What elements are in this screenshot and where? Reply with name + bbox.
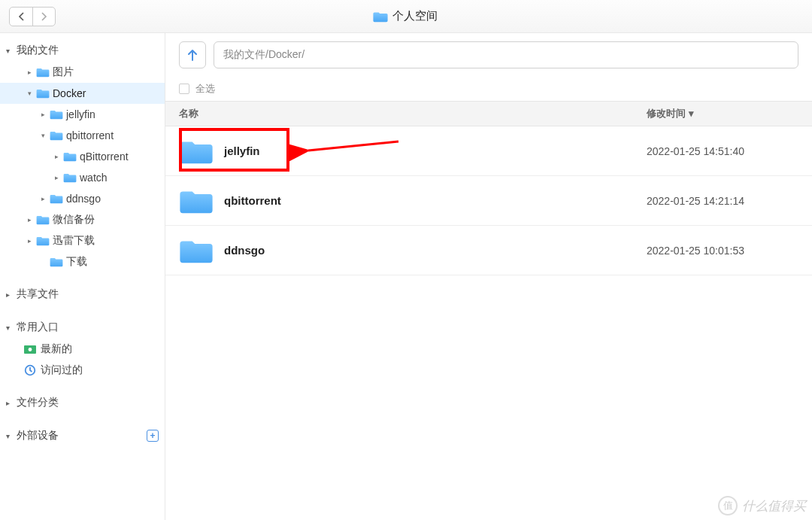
section-label: 外部设备 [17,429,59,442]
svg-point-1 [29,348,32,351]
content-area: 全选 名称 修改时间 ▾ jellyfin2022-01-25 14:51:40… [165,33,812,520]
chevron-down-icon: ▾ [26,90,33,97]
chevron-right-icon [41,12,47,21]
row-time: 2022-01-25 14:51:40 [647,145,812,157]
arrow-up-icon [186,48,198,62]
tree-item-label: 下载 [66,255,87,269]
section-category[interactable]: ▸文件分类 [0,391,165,414]
topbar: 个人空间 [0,0,812,33]
page-title: 个人空间 [392,9,438,23]
folder-icon [50,130,63,141]
folder-icon [50,257,63,267]
row-name: qbittorrent [224,194,647,207]
chevron-right-icon: ▸ [39,111,47,118]
path-input[interactable] [214,41,798,68]
folder-icon [36,88,50,99]
nav-button-group [9,7,56,26]
folder-icon [36,236,50,246]
tree-item-watch[interactable]: ▸watch [0,167,165,188]
section-quick[interactable]: ▾常用入口 [0,316,165,339]
quick-recent[interactable]: 最新的 [0,339,165,360]
select-all-label: 全选 [195,82,215,96]
folder-icon [50,109,63,120]
tree-item-微信备份[interactable]: ▸微信备份 [0,209,165,230]
section-label: 我的文件 [17,44,59,57]
column-name[interactable]: 名称 [179,107,647,120]
tree-item-label: 图片 [53,65,74,79]
chevron-right-icon: ▸ [39,195,47,202]
list-header: 名称 修改时间 ▾ [165,101,812,126]
tree-item-qbittorrent[interactable]: ▾qbittorrent [0,125,165,146]
list-row[interactable]: qbittorrent2022-01-25 14:21:14 [165,176,812,226]
folder-icon [63,151,77,162]
tree-item-label: qbittorrent [66,129,114,141]
tree-item-下载[interactable]: ▸下载 [0,251,165,272]
folder-icon [373,11,388,23]
tree-item-label: watch [80,172,108,184]
section-label: 文件分类 [17,396,59,409]
tree-item-label: 微信备份 [53,213,95,227]
watermark: 值 什么值得买 [718,496,806,515]
select-all-checkbox[interactable] [179,84,189,94]
row-name: ddnsgo [224,244,647,257]
tree-item-label: jellyfin [66,108,95,120]
tree-item-label: 迅雷下载 [53,234,95,248]
folder-icon [36,214,50,225]
chevron-right-icon: ▸ [53,174,60,181]
section-shared[interactable]: ▸共享文件 [0,283,165,306]
row-time: 2022-01-25 10:01:53 [647,245,812,257]
up-button[interactable] [179,41,206,68]
section-label: 常用入口 [17,321,59,334]
folder-icon [179,138,214,165]
tree-item-ddnsgo[interactable]: ▸ddnsgo [0,188,165,209]
chevron-right-icon: ▸ [26,68,33,76]
column-time[interactable]: 修改时间 ▾ [647,107,812,120]
tree-item-label: Docker [53,87,86,99]
row-time: 2022-01-25 14:21:14 [647,195,812,207]
section-external[interactable]: ▾外部设备 + [0,424,165,447]
recent-icon [24,343,36,355]
section-label: 共享文件 [17,287,59,301]
forward-button[interactable] [32,8,55,26]
chevron-right-icon: ▸ [53,153,60,160]
folder-icon [179,237,214,264]
chevron-right-icon: ▸ [26,216,33,224]
back-button[interactable] [10,8,32,26]
tree-item-图片[interactable]: ▸图片 [0,62,165,83]
chevron-down-icon: ▾ [39,132,47,139]
tree-item-label: ddnsgo [66,193,101,205]
sort-desc-icon: ▾ [689,108,694,119]
chevron-right-icon: ▸ [26,237,33,245]
folder-icon [50,193,63,204]
tree-item-qbittorrent[interactable]: ▸qBittorrent [0,146,165,167]
visited-icon [24,364,36,376]
tree-item-docker[interactable]: ▾Docker [0,83,165,104]
section-myfiles[interactable]: ▾我的文件 [0,39,165,62]
tree-item-迅雷下载[interactable]: ▸迅雷下载 [0,230,165,251]
folder-icon [63,172,77,183]
chevron-left-icon [18,12,25,21]
folder-icon [36,67,50,78]
sidebar: ▾我的文件 ▸图片▾Docker▸jellyfin▾qbittorrent▸qB… [0,33,165,520]
quick-visited[interactable]: 访问过的 [0,360,165,381]
list-row[interactable]: jellyfin2022-01-25 14:51:40 [165,126,812,176]
tree-item-jellyfin[interactable]: ▸jellyfin [0,104,165,125]
list-row[interactable]: ddnsgo2022-01-25 10:01:53 [165,226,812,275]
row-name: jellyfin [224,144,647,157]
tree-item-label: qBittorrent [80,151,129,163]
folder-icon [179,187,214,214]
add-device-button[interactable]: + [147,430,159,442]
